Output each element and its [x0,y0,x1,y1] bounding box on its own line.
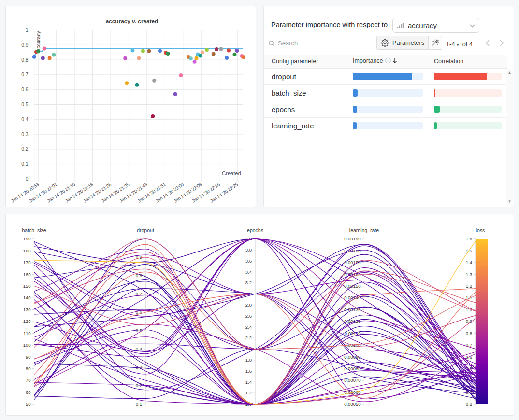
svg-text:0.5: 0.5 [21,102,29,107]
svg-text:0.2: 0.2 [466,401,472,406]
svg-text:batch_size: batch_size [22,227,46,233]
svg-text:160: 160 [23,272,31,277]
svg-text:Created: Created [222,170,241,176]
svg-text:0.8: 0.8 [466,331,472,336]
svg-text:0.00190: 0.00190 [344,236,360,241]
svg-text:190: 190 [23,236,31,241]
svg-text:0.1: 0.1 [21,161,29,167]
svg-text:3.4: 3.4 [245,269,252,275]
svg-text:learning_rate: learning_rate [349,227,379,233]
svg-text:1.8: 1.8 [245,357,252,363]
svg-text:2.2: 2.2 [245,335,252,340]
svg-text:3.2: 3.2 [245,280,252,285]
svg-text:0.2: 0.2 [21,146,29,152]
svg-text:1.6: 1.6 [466,236,472,241]
svg-text:accuracy v. created: accuracy v. created [106,18,159,25]
svg-text:120: 120 [23,319,31,324]
svg-text:0.6: 0.6 [21,87,29,92]
svg-text:2.8: 2.8 [245,302,252,308]
svg-text:0.9: 0.9 [21,42,29,48]
svg-text:1.2: 1.2 [245,390,252,395]
svg-text:0.3: 0.3 [21,132,29,137]
svg-text:110: 110 [23,331,30,336]
svg-text:1.4: 1.4 [245,379,252,385]
svg-text:50: 50 [26,401,31,406]
svg-text:1.2: 1.2 [466,283,472,289]
svg-text:70: 70 [26,378,31,383]
svg-text:150: 150 [23,283,31,289]
svg-text:80: 80 [26,366,31,371]
svg-text:1.4: 1.4 [466,260,472,265]
svg-text:2.4: 2.4 [245,324,252,330]
svg-text:accuracy: accuracy [35,31,41,52]
svg-text:140: 140 [23,295,31,300]
svg-text:0.7: 0.7 [21,72,29,77]
svg-text:loss: loss [476,227,485,233]
svg-text:0.1: 0.1 [136,401,142,406]
svg-text:60: 60 [26,390,31,395]
svg-text:2.6: 2.6 [245,313,252,319]
svg-text:170: 170 [23,260,31,265]
svg-text:3.8: 3.8 [245,247,252,252]
svg-text:3.6: 3.6 [245,258,252,264]
svg-text:epochs: epochs [247,227,263,233]
svg-text:1.6: 1.6 [245,368,252,374]
svg-text:90: 90 [26,354,31,360]
svg-text:0.00050: 0.00050 [344,401,360,406]
svg-text:0: 0 [26,176,29,182]
svg-text:1: 1 [26,28,29,33]
svg-text:1.3: 1.3 [466,272,472,277]
svg-text:100: 100 [23,342,31,348]
svg-text:dropout: dropout [137,227,154,233]
svg-text:130: 130 [23,307,31,312]
svg-text:0.8: 0.8 [21,57,29,63]
svg-text:180: 180 [23,248,31,253]
svg-text:0.4: 0.4 [21,117,29,122]
